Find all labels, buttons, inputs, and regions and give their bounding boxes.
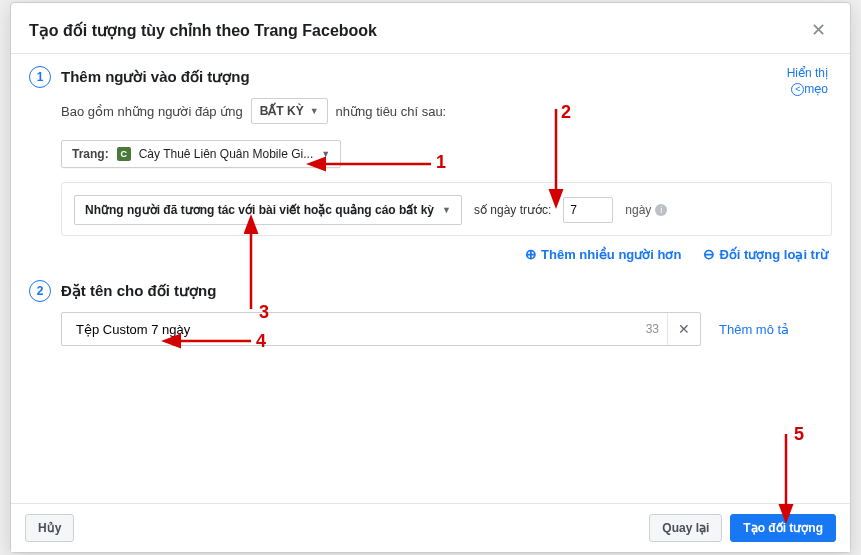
modal-header: Tạo đối tượng tùy chỉnh theo Trang Faceb… [11,3,850,54]
tip-text-line2: mẹo [804,82,828,96]
page-selector-dropdown[interactable]: Trang: C Cày Thuê Liên Quân Mobile Gi...… [61,140,341,168]
create-audience-button[interactable]: Tạo đối tượng [730,514,836,542]
audience-name-input[interactable] [72,314,638,345]
step-1-content: Bao gồm những người đáp ứng BẤT KỲ ▼ nhữ… [29,98,832,280]
create-custom-audience-modal: Tạo đối tượng tùy chỉnh theo Trang Faceb… [10,2,851,553]
step-1-header: 1 Thêm người vào đối tượng [29,66,832,88]
engagement-type-value: Những người đã tương tác với bài viết ho… [85,203,434,217]
chevron-down-icon: ▼ [321,149,330,159]
info-icon: < [791,83,804,96]
annotation-3: 3 [259,302,269,323]
annotation-2: 2 [561,102,571,123]
plus-icon: ⊕ [525,246,537,262]
days-unit: ngày i [625,203,667,217]
match-type-value: BẤT KỲ [260,104,304,118]
match-type-dropdown[interactable]: BẤT KỲ ▼ [251,98,328,124]
criteria-prefix: Bao gồm những người đáp ứng [61,104,243,119]
page-avatar-icon: C [117,147,131,161]
criteria-line: Bao gồm những người đáp ứng BẤT KỲ ▼ nhữ… [61,98,832,124]
exclude-audience-link[interactable]: ⊖ Đối tượng loại trừ [703,246,828,262]
char-count: 33 [638,322,667,336]
modal-footer: Hủy Quay lại Tạo đối tượng [11,503,850,552]
back-button[interactable]: Quay lại [649,514,722,542]
page-label: Trang: [72,147,109,161]
step-badge-1: 1 [29,66,51,88]
days-input[interactable] [563,197,613,223]
close-icon[interactable]: ✕ [805,17,832,43]
audience-name-row: 33 ✕ Thêm mô tả [61,312,832,346]
minus-icon: ⊖ [703,246,715,262]
show-tips-link[interactable]: Hiển thị <mẹo [787,66,828,97]
include-exclude-actions: ⊕ Thêm nhiều người hơn ⊖ Đối tượng loại … [61,236,832,280]
clear-name-icon[interactable]: ✕ [667,313,700,345]
annotation-1: 1 [436,152,446,173]
annotation-5: 5 [794,424,804,445]
step-2-header: 2 Đặt tên cho đối tượng [29,280,832,302]
step-1-title: Thêm người vào đối tượng [61,68,250,86]
step-badge-2: 2 [29,280,51,302]
step-2-title: Đặt tên cho đối tượng [61,282,216,300]
modal-title: Tạo đối tượng tùy chỉnh theo Trang Faceb… [29,21,377,40]
chevron-down-icon: ▼ [310,106,319,116]
audience-name-field-wrap: 33 ✕ [61,312,701,346]
annotation-4: 4 [256,331,266,352]
step-2-content: 33 ✕ Thêm mô tả [29,312,832,346]
info-icon[interactable]: i [655,204,667,216]
add-description-link[interactable]: Thêm mô tả [719,322,789,337]
modal-body: Hiển thị <mẹo 1 Thêm người vào đối tượng… [11,54,850,503]
chevron-down-icon: ▼ [442,205,451,215]
add-more-people-link[interactable]: ⊕ Thêm nhiều người hơn [525,246,681,262]
cancel-button[interactable]: Hủy [25,514,74,542]
page-name: Cày Thuê Liên Quân Mobile Gi... [139,147,314,161]
criteria-suffix: những tiêu chí sau: [336,104,447,119]
tip-text-line1: Hiển thị [787,66,828,80]
engagement-type-dropdown[interactable]: Những người đã tương tác với bài viết ho… [74,195,462,225]
days-label: số ngày trước: [474,203,551,217]
include-criteria-box: Những người đã tương tác với bài viết ho… [61,182,832,236]
footer-right: Quay lại Tạo đối tượng [649,514,836,542]
